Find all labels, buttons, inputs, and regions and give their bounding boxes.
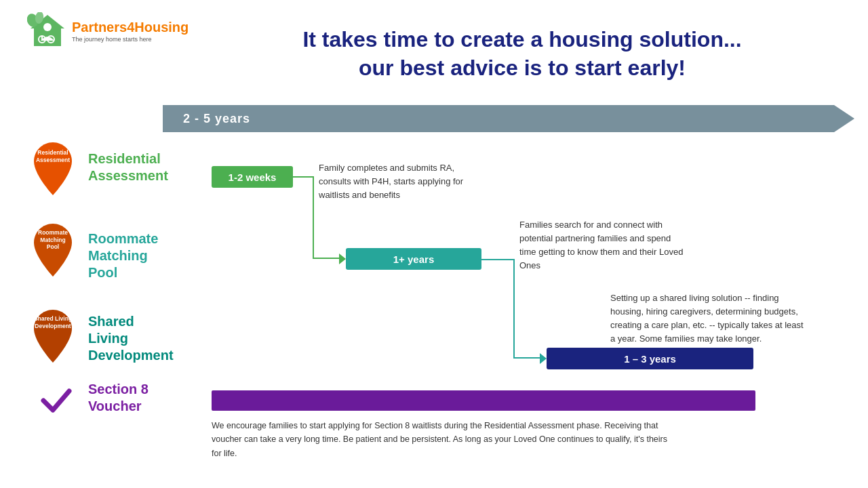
arrow-right-2 xyxy=(540,353,547,364)
residential-assessment-label: ResidentialAssessment xyxy=(88,150,168,184)
connector-v2 xyxy=(513,259,515,357)
roommate-pin-text: RoommateMatchingPool xyxy=(28,229,77,251)
shared-living-pin-text: Shared LivingDevelopment xyxy=(28,315,77,329)
section8-label: Section 8Voucher xyxy=(88,381,149,415)
residential-assessment-pin: ResidentialAssessment xyxy=(28,141,77,201)
timeline-label: 2 - 5 years xyxy=(183,112,250,126)
timeline-arrow: 2 - 5 years xyxy=(163,105,834,132)
roommate-duration-label: 1+ years xyxy=(393,253,434,265)
shared-living-pin: Shared LivingDevelopment xyxy=(28,308,77,369)
residential-assessment-pin-text: ResidentialAssessment xyxy=(28,149,77,163)
roommate-description: Families search for and connect withpote… xyxy=(519,218,696,272)
logo-subtitle: The journey home starts here xyxy=(72,36,189,43)
section8-bar xyxy=(212,390,755,411)
section8-desc-text: We encourage families to start applying … xyxy=(212,421,667,458)
connector-h3 xyxy=(481,259,514,260)
section8-description: We encourage families to start applying … xyxy=(212,419,768,460)
timeline-arrow-container: 2 - 5 years xyxy=(163,105,834,132)
logo-icon xyxy=(27,12,68,49)
heading-text: It takes time to create a housing soluti… xyxy=(203,26,841,82)
shared-living-label: SharedLivingDevelopment xyxy=(88,313,174,364)
roommate-pin: RoommateMatchingPool xyxy=(28,222,77,283)
residential-duration-label: 1-2 weeks xyxy=(229,171,277,183)
connector-h1 xyxy=(293,176,313,178)
shared-duration-box: 1 – 3 years xyxy=(547,348,753,369)
main-heading: It takes time to create a housing soluti… xyxy=(203,26,841,82)
roommate-label: RoommateMatchingPool xyxy=(88,230,158,281)
logo-title: Partners4Housing xyxy=(72,20,189,35)
section8-checkmark xyxy=(39,383,73,420)
residential-description: Family completes and submits RA,consults… xyxy=(319,161,481,202)
connector-v1 xyxy=(313,176,314,259)
shared-living-description: Setting up a shared living solution -- f… xyxy=(610,291,834,345)
residential-duration-box: 1-2 weeks xyxy=(212,166,293,188)
logo: Partners4Housing The journey home starts… xyxy=(27,12,189,49)
logo-text: Partners4Housing The journey home starts… xyxy=(72,20,189,43)
shared-duration-label: 1 – 3 years xyxy=(624,353,676,365)
roommate-duration-box: 1+ years xyxy=(346,248,481,270)
arrow-right-1 xyxy=(339,253,346,264)
svg-point-1 xyxy=(43,23,52,31)
